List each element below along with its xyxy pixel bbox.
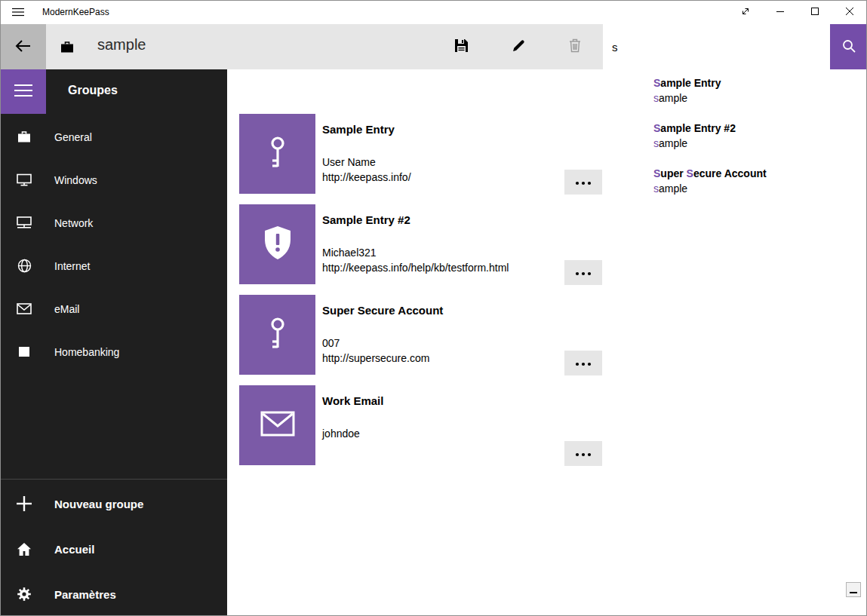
search-result-title: Sample Entry #2 xyxy=(653,121,867,136)
sidebar-item-network[interactable]: Network xyxy=(0,201,227,244)
search-result-title: Super Secure Account xyxy=(653,166,867,181)
square-icon xyxy=(17,347,32,357)
more-options-button[interactable] xyxy=(564,170,602,195)
entry-url: http://keepass.info/help/kb/testform.htm… xyxy=(322,260,509,275)
fullscreen-button[interactable] xyxy=(728,0,763,24)
more-options-button[interactable] xyxy=(564,260,602,285)
footer-item-label: Nouveau groupe xyxy=(54,498,143,510)
search-result-item[interactable]: Sample Entry #2 sample xyxy=(653,121,867,151)
back-arrow-icon xyxy=(15,39,32,55)
save-button[interactable] xyxy=(433,24,490,69)
semantic-zoom-out-button[interactable] xyxy=(846,582,861,597)
entry-info: Sample Entry #2 Michael321 http://keepas… xyxy=(322,204,509,284)
delete-button[interactable] xyxy=(546,24,603,69)
gear-icon xyxy=(15,587,33,602)
save-icon xyxy=(454,38,469,55)
database-briefcase-icon xyxy=(60,41,74,57)
entry-tile xyxy=(239,204,315,284)
search-result-title: Sample Entry xyxy=(653,75,867,90)
entry-url: http://keepass.info/ xyxy=(322,170,411,185)
entry-info: Work Email johndoe xyxy=(322,385,383,465)
appbar-actions xyxy=(433,24,603,69)
home-button[interactable]: Accueil xyxy=(0,526,227,572)
sidebar-item-label: Windows xyxy=(54,174,97,186)
trash-icon xyxy=(569,38,581,55)
edit-button[interactable] xyxy=(490,24,546,69)
window-controls xyxy=(728,0,867,24)
titlebar-hamburger-icon[interactable] xyxy=(0,0,36,24)
edit-pencil-icon xyxy=(512,39,525,55)
search-result-subtitle: sample xyxy=(653,136,867,151)
entry-username: Michael321 xyxy=(322,245,509,260)
search-input[interactable] xyxy=(603,24,830,69)
entry-title: Sample Entry #2 xyxy=(322,213,509,226)
search-button[interactable] xyxy=(830,24,867,69)
sidebar: Groupes General Windows Network Internet xyxy=(0,69,227,616)
hamburger-icon xyxy=(14,84,32,100)
entry-title: Sample Entry xyxy=(322,123,411,136)
more-icon xyxy=(575,176,592,188)
new-group-button[interactable]: Nouveau groupe xyxy=(0,481,227,526)
entry-tile xyxy=(239,385,315,465)
close-icon xyxy=(845,7,854,18)
mail-icon xyxy=(17,303,32,314)
more-icon xyxy=(575,357,592,369)
minimize-icon xyxy=(776,7,785,18)
entry-tile xyxy=(239,114,315,194)
more-options-button[interactable] xyxy=(564,441,602,466)
sidebar-item-label: Network xyxy=(54,217,93,229)
sidebar-item-windows[interactable]: Windows xyxy=(0,158,227,201)
plus-icon xyxy=(15,496,33,511)
titlebar: ModernKeePass xyxy=(0,0,867,24)
sidebar-item-label: Internet xyxy=(54,260,90,272)
entry-username: johndoe xyxy=(322,426,383,441)
sidebar-footer: Nouveau groupe Accueil Paramètres xyxy=(0,481,227,616)
entry-username: User Name xyxy=(322,155,411,170)
close-button[interactable] xyxy=(832,0,867,24)
footer-item-label: Paramètres xyxy=(54,588,116,601)
globe-icon xyxy=(17,259,32,273)
search-result-subtitle: sample xyxy=(653,90,867,106)
entry-username: 007 xyxy=(322,336,443,351)
search-result-item[interactable]: Super Secure Account sample xyxy=(653,166,867,196)
entry-info: Super Secure Account 007 http://supersec… xyxy=(322,295,443,375)
entry-title: Work Email xyxy=(322,394,383,407)
search-result-subtitle: sample xyxy=(653,181,867,196)
entry-row[interactable]: Super Secure Account 007 http://supersec… xyxy=(239,295,867,375)
monitor-icon xyxy=(17,173,32,186)
entry-info: Sample Entry User Name http://keepass.in… xyxy=(322,114,411,194)
search-result-item[interactable]: Sample Entry sample xyxy=(653,75,867,106)
database-title: sample xyxy=(97,36,146,54)
settings-button[interactable]: Paramètres xyxy=(0,572,227,616)
sidebar-item-label: Homebanking xyxy=(54,346,119,358)
sidebar-hamburger-button[interactable] xyxy=(0,69,46,114)
sidebar-item-internet[interactable]: Internet xyxy=(0,244,227,287)
home-icon xyxy=(15,542,33,556)
more-icon xyxy=(575,267,592,278)
sidebar-item-label: General xyxy=(54,131,92,143)
maximize-button[interactable] xyxy=(798,0,832,24)
key-icon xyxy=(265,136,291,172)
maximize-icon xyxy=(810,7,819,18)
fullscreen-icon xyxy=(740,6,751,19)
minus-icon xyxy=(850,584,857,596)
entry-row[interactable]: Work Email johndoe xyxy=(239,385,867,465)
sidebar-item-general[interactable]: General xyxy=(0,115,227,158)
sidebar-item-homebanking[interactable]: Homebanking xyxy=(0,330,227,373)
app-title: ModernKeePass xyxy=(42,7,109,17)
back-button[interactable] xyxy=(0,24,46,69)
sidebar-item-email[interactable]: eMail xyxy=(0,287,227,330)
entry-tile xyxy=(239,295,315,375)
footer-item-label: Accueil xyxy=(54,543,94,556)
groups-heading: Groupes xyxy=(68,84,118,97)
mail-icon xyxy=(260,411,295,440)
network-icon xyxy=(17,216,32,229)
more-icon xyxy=(575,448,592,459)
group-list: General Windows Network Internet eMail xyxy=(0,115,227,373)
sidebar-item-label: eMail xyxy=(54,303,79,315)
search-results-dropdown: Sample Entry sample Sample Entry #2 samp… xyxy=(603,69,867,220)
more-options-button[interactable] xyxy=(564,351,602,375)
shield-exclamation-icon xyxy=(263,225,292,263)
entry-title: Super Secure Account xyxy=(322,304,443,317)
minimize-button[interactable] xyxy=(763,0,798,24)
